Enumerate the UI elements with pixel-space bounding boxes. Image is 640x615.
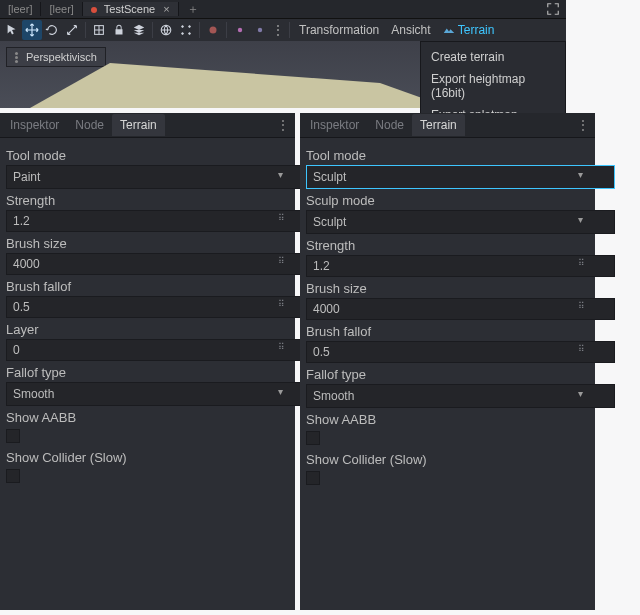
panel-more-icon[interactable]: ⋮ [571,118,595,132]
gizmo-red-icon[interactable] [203,20,223,40]
strength-input[interactable] [306,255,615,277]
scene-tab-label: TestScene [104,3,155,15]
menu-item-create-terrain[interactable]: Create terrain [421,46,565,68]
editor-window: [leer] [leer] TestScene × ＋ ⋮ [0,0,566,108]
label-layer: Layer [6,322,289,337]
tool-mode-select[interactable] [306,165,615,189]
svg-point-5 [189,33,191,35]
tab-terrain[interactable]: Terrain [112,114,165,136]
more-icon[interactable]: ⋮ [270,23,286,37]
rotate-tool-icon[interactable] [42,20,62,40]
menu-ansicht[interactable]: Ansicht [385,23,436,37]
menu-terrain[interactable]: Terrain [437,23,501,37]
tab-inspektor[interactable]: Inspektor [2,114,67,136]
globe-icon[interactable] [156,20,176,40]
scale-tool-icon[interactable] [62,20,82,40]
svg-marker-9 [30,63,450,108]
move-tool-icon[interactable] [22,20,42,40]
add-tab-button[interactable]: ＋ [179,0,207,19]
snap-icon[interactable] [89,20,109,40]
unsaved-dot-icon [91,7,97,13]
tool-mode-select[interactable] [6,165,315,189]
svg-point-3 [189,26,191,28]
left-panel-tabs: Inspektor Node Terrain ⋮ [0,113,295,138]
scene-tab-active[interactable]: TestScene × [83,2,179,16]
tab-inspektor[interactable]: Inspektor [302,114,367,136]
label-brush-fallof: Brush fallof [6,279,289,294]
lock-icon[interactable] [109,20,129,40]
tab-node[interactable]: Node [367,114,412,136]
svg-point-2 [182,26,184,28]
layer-input[interactable] [6,339,315,361]
brush-size-input[interactable] [6,253,315,275]
scene-tab[interactable]: [leer] [0,2,41,16]
menu-transformation[interactable]: Transformation [293,23,385,37]
label-fallof-type: Fallof type [306,367,589,382]
label-fallof-type: Fallof type [6,365,289,380]
scene-tab[interactable]: [leer] [41,2,82,16]
gizmo-color1-icon[interactable] [230,20,250,40]
gizmo-color2-icon[interactable] [250,20,270,40]
show-collider-checkbox[interactable] [6,469,20,483]
svg-point-7 [238,28,242,32]
close-icon[interactable]: × [163,3,169,15]
menu-terrain-label: Terrain [458,23,495,37]
label-show-collider: Show Collider (Slow) [6,450,289,465]
terrain-mesh-icon [30,58,450,108]
brush-fallof-input[interactable] [6,296,315,318]
label-strength: Strength [6,193,289,208]
scene-tab-bar: [leer] [leer] TestScene × ＋ [0,0,566,19]
tab-terrain[interactable]: Terrain [412,114,465,136]
cursor-tool-icon[interactable] [2,20,22,40]
right-panel-tabs: Inspektor Node Terrain ⋮ [300,113,595,138]
label-show-aabb: Show AABB [6,410,289,425]
fallof-type-select[interactable] [306,384,615,408]
label-tool-mode: Tool mode [6,148,289,163]
strength-input[interactable] [6,210,315,232]
show-aabb-checkbox[interactable] [306,431,320,445]
label-tool-mode: Tool mode [306,148,589,163]
brush-size-input[interactable] [306,298,615,320]
right-panel: Inspektor Node Terrain ⋮ Tool mode Sculp… [300,113,595,610]
svg-point-6 [210,27,217,34]
label-brush-fallof: Brush fallof [306,324,589,339]
svg-point-8 [258,28,262,32]
fallof-type-select[interactable] [6,382,315,406]
fullscreen-icon[interactable] [540,2,566,16]
layers-icon[interactable] [129,20,149,40]
label-brush-size: Brush size [6,236,289,251]
snap-grid-icon[interactable] [176,20,196,40]
tab-node[interactable]: Node [67,114,112,136]
label-brush-size: Brush size [306,281,589,296]
menu-item-export-heightmap[interactable]: Export heightmap (16bit) [421,68,565,104]
label-strength: Strength [306,238,589,253]
panel-more-icon[interactable]: ⋮ [271,118,295,132]
svg-point-4 [182,33,184,35]
label-show-collider: Show Collider (Slow) [306,452,589,467]
toolbar: ⋮ Transformation Ansicht Terrain [0,19,566,42]
show-collider-checkbox[interactable] [306,471,320,485]
brush-fallof-input[interactable] [306,341,615,363]
label-show-aabb: Show AABB [306,412,589,427]
left-panel: Inspektor Node Terrain ⋮ Tool mode Stren… [0,113,295,610]
sculp-mode-select[interactable] [306,210,615,234]
show-aabb-checkbox[interactable] [6,429,20,443]
label-sculp-mode: Sculp mode [306,193,589,208]
